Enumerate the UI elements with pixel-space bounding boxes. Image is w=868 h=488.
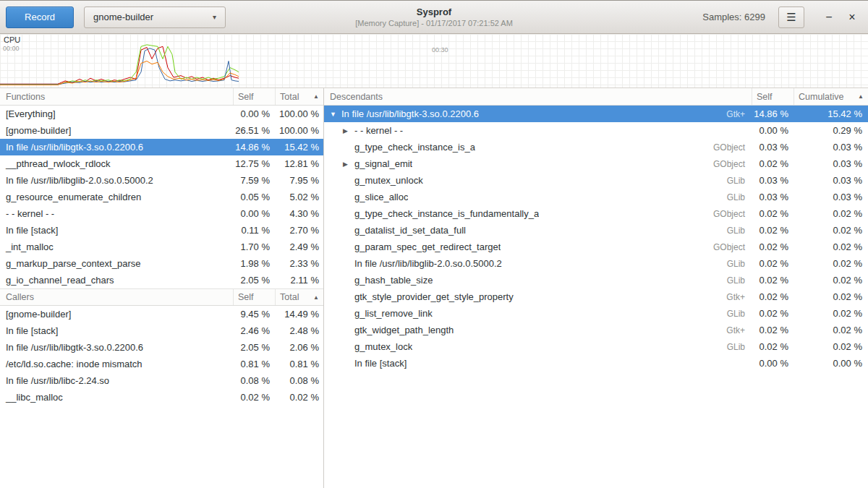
column-header-total[interactable]: Total ▲ <box>276 289 323 305</box>
expander-icon[interactable]: ▶ <box>343 127 354 134</box>
samples-count: Samples: 6299 <box>702 12 765 22</box>
close-button[interactable]: × <box>842 7 862 27</box>
record-button[interactable]: Record <box>6 7 74 28</box>
function-name: gtk_widget_path_length <box>354 325 454 335</box>
window-title-block: Sysprof [Memory Capture] - 01/17/2017 07… <box>355 7 513 27</box>
table-row[interactable]: _int_malloc1.70 %2.49 % <box>0 239 323 255</box>
column-header-functions[interactable]: Functions <box>0 88 234 105</box>
table-row[interactable]: g_resource_enumerate_children0.05 %5.02 … <box>0 189 323 205</box>
function-name: In file /usr/lib/libgtk-3.so.0.2200.6 <box>341 108 479 119</box>
table-row[interactable]: __libc_malloc0.02 %0.02 % <box>0 389 323 406</box>
column-header-cumulative[interactable]: Cumulative ▲ <box>794 88 868 105</box>
total-value: 14.49 % <box>276 309 323 320</box>
function-name: In file [stack] <box>0 225 234 236</box>
table-row[interactable]: [gnome-builder]9.45 %14.49 % <box>0 306 323 322</box>
left-pane: Functions Self Total ▲ [Everything]0.00 … <box>0 88 324 488</box>
expander-icon[interactable]: ▼ <box>330 111 341 118</box>
library-badge: Gtk+ <box>726 109 745 119</box>
expander-icon[interactable]: ▶ <box>343 160 354 168</box>
self-value: 0.02 % <box>752 158 794 169</box>
total-value: 2.11 % <box>276 275 323 286</box>
self-value: 0.05 % <box>234 192 276 202</box>
sort-indicator-icon: ▲ <box>313 294 319 301</box>
table-row[interactable]: In file [stack]2.46 %2.48 % <box>0 322 323 339</box>
function-name: - - kernel - - <box>354 125 403 136</box>
table-row[interactable]: In file /usr/lib/libc-2.24.so0.08 %0.08 … <box>0 372 323 389</box>
tree-row[interactable]: g_datalist_id_set_data_fullGLib0.02 %0.0… <box>324 222 868 239</box>
table-row[interactable]: In file /usr/lib/libglib-2.0.so.0.5000.2… <box>0 172 323 189</box>
table-row[interactable]: /etc/ld.so.cache: inode mismatch0.81 %0.… <box>0 356 323 372</box>
tree-row[interactable]: g_mutex_unlockGLib0.03 %0.03 % <box>324 172 868 189</box>
column-header-self[interactable]: Self <box>234 88 276 105</box>
library-badge: GLib <box>727 259 745 269</box>
cpu-red-line <box>0 46 239 84</box>
cumulative-value: 15.42 % <box>794 108 868 119</box>
column-header-self[interactable]: Self <box>234 289 276 305</box>
function-name: g_hash_table_size <box>354 275 433 286</box>
sysprof-window: Record gnome-builder ▾ Sysprof [Memory C… <box>0 0 868 488</box>
library-badge: GLib <box>727 226 745 236</box>
table-row[interactable]: [Everything]0.00 %100.00 % <box>0 106 323 122</box>
self-value: 0.02 % <box>752 275 794 286</box>
self-value: 0.03 % <box>752 142 794 153</box>
total-value: 2.49 % <box>276 241 323 252</box>
column-header-descendants[interactable]: Descendants <box>324 88 752 105</box>
cumulative-value: 0.03 % <box>794 142 868 153</box>
tree-row[interactable]: In file [stack]0.00 %0.00 % <box>324 355 868 372</box>
callgraph-area: Functions Self Total ▲ [Everything]0.00 … <box>0 88 868 488</box>
tree-row[interactable]: ▶g_signal_emitGObject0.02 %0.03 % <box>324 155 868 172</box>
tree-row[interactable]: In file /usr/lib/libglib-2.0.so.0.5000.2… <box>324 255 868 272</box>
self-value: 0.03 % <box>752 192 794 202</box>
table-row[interactable]: __pthread_rwlock_rdlock12.75 %12.81 % <box>0 155 323 172</box>
tree-row[interactable]: g_hash_table_sizeGLib0.02 %0.02 % <box>324 272 868 288</box>
library-badge: GObject <box>713 209 745 219</box>
time-tick-start: 00:00 <box>3 45 20 52</box>
table-row[interactable]: g_io_channel_read_chars2.05 %2.11 % <box>0 272 323 288</box>
descendant-cell: gtk_widget_path_lengthGtk+ <box>324 325 752 335</box>
table-row[interactable]: [gnome-builder]26.51 %100.00 % <box>0 122 323 139</box>
cumulative-value: 0.02 % <box>794 241 868 252</box>
function-name: g_io_channel_read_chars <box>0 275 234 286</box>
column-header-callers[interactable]: Callers <box>0 289 234 305</box>
descendant-cell: g_hash_table_sizeGLib <box>324 275 752 286</box>
column-header-self[interactable]: Self <box>752 88 794 105</box>
right-pane: Descendants Self Cumulative ▲ ▼In file /… <box>324 88 868 488</box>
self-value: 0.02 % <box>752 341 794 352</box>
tree-row[interactable]: g_type_check_instance_is_fundamentally_a… <box>324 205 868 222</box>
menu-button[interactable]: ☰ <box>778 7 804 28</box>
total-value: 2.70 % <box>276 225 323 236</box>
process-selector-dropdown[interactable]: gnome-builder ▾ <box>84 7 226 28</box>
function-name: g_slice_alloc <box>354 192 408 202</box>
total-value: 2.33 % <box>276 258 323 269</box>
table-row[interactable]: In file /usr/lib/libgtk-3.so.0.2200.62.0… <box>0 339 323 356</box>
cpu-graph[interactable]: CPU 00:00 00:30 <box>0 34 868 88</box>
tree-row[interactable]: ▶- - kernel - -0.00 %0.29 % <box>324 122 868 139</box>
descendant-cell: gtk_style_provider_get_style_propertyGtk… <box>324 291 752 302</box>
minimize-button[interactable]: − <box>819 7 839 27</box>
tree-row[interactable]: gtk_widget_path_lengthGtk+0.02 %0.02 % <box>324 322 868 338</box>
table-row[interactable]: - - kernel - -0.00 %4.30 % <box>0 205 323 222</box>
tree-row[interactable]: g_param_spec_get_redirect_targetGObject0… <box>324 239 868 255</box>
cumulative-value: 0.02 % <box>794 208 868 219</box>
table-row[interactable]: In file /usr/lib/libgtk-3.so.0.2200.614.… <box>0 139 323 155</box>
self-value: 0.81 % <box>234 359 276 369</box>
sort-indicator-icon: ▲ <box>313 93 319 100</box>
tree-row[interactable]: ▼In file /usr/lib/libgtk-3.so.0.2200.6Gt… <box>324 106 868 122</box>
column-header-total[interactable]: Total ▲ <box>276 88 323 105</box>
tree-row[interactable]: g_type_check_instance_is_aGObject0.03 %0… <box>324 139 868 155</box>
table-row[interactable]: g_markup_parse_context_parse1.98 %2.33 % <box>0 255 323 272</box>
function-name: g_list_remove_link <box>354 308 433 319</box>
tree-row[interactable]: gtk_style_provider_get_style_propertyGtk… <box>324 288 868 305</box>
library-badge: GLib <box>727 309 745 319</box>
function-name: - - kernel - - <box>0 208 234 219</box>
tree-row[interactable]: g_mutex_lockGLib0.02 %0.02 % <box>324 338 868 355</box>
function-name: g_datalist_id_set_data_full <box>354 225 466 236</box>
self-value: 0.00 % <box>752 125 794 136</box>
tree-row[interactable]: g_slice_allocGLib0.03 %0.03 % <box>324 189 868 205</box>
table-row[interactable]: In file [stack]0.11 %2.70 % <box>0 222 323 239</box>
tree-row[interactable]: g_list_remove_linkGLib0.02 %0.02 % <box>324 305 868 322</box>
library-badge: GLib <box>727 192 745 202</box>
library-badge: GObject <box>713 159 745 169</box>
function-name: In file [stack] <box>0 325 234 336</box>
function-name: In file [stack] <box>354 358 407 369</box>
